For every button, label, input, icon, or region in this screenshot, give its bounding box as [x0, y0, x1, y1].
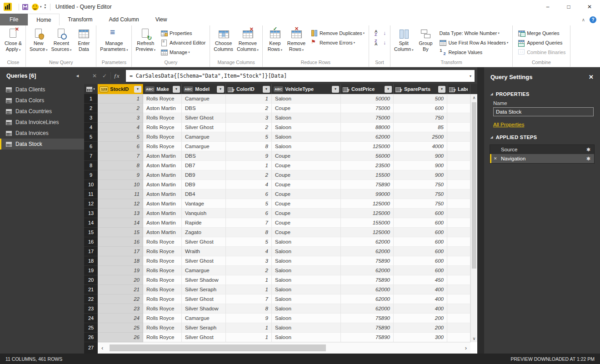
cell-vehicletype[interactable]: Saloon [272, 333, 341, 342]
delete-step-icon[interactable]: ✕ [494, 156, 500, 161]
tab-add-column[interactable]: Add Column [101, 14, 147, 25]
cell-make[interactable]: Rolls Royce [143, 94, 182, 104]
cell-costprice[interactable]: 62000 [341, 304, 394, 314]
ribbon-button-new-source[interactable]: NewSource▾ [28, 26, 49, 53]
cell-model[interactable]: Camargue [182, 94, 226, 104]
column-header-stockid[interactable]: 123StockID▾ [98, 84, 143, 94]
filter-button-spareparts[interactable]: ▾ [438, 86, 445, 93]
cell-laborcost[interactable] [447, 142, 470, 151]
cell-stockid[interactable]: 25 [98, 323, 143, 333]
cell-stockid[interactable]: 3 [98, 113, 143, 123]
cell-spareparts[interactable]: 600 [394, 237, 447, 247]
cell-colorid[interactable]: 4 [226, 180, 272, 189]
cell-make[interactable]: Rolls Royce [143, 266, 182, 275]
cell-stockid[interactable]: 5 [98, 132, 143, 142]
cell-colorid[interactable]: 8 [226, 304, 272, 314]
cell-costprice[interactable]: 155000 [341, 218, 394, 228]
row-number[interactable]: 22 [84, 294, 98, 304]
cell-laborcost[interactable] [447, 218, 470, 228]
row-number[interactable]: 19 [84, 266, 98, 275]
filter-button-model[interactable]: ▾ [217, 86, 224, 93]
cell-model[interactable]: Silver Ghost [182, 237, 226, 247]
horizontal-scrollbar[interactable]: ‹ › [98, 342, 470, 354]
cell-spareparts[interactable]: 200 [394, 314, 447, 323]
row-number[interactable]: 3 [84, 113, 98, 123]
ribbon-button-sort-za[interactable]: ↓ [372, 38, 388, 47]
sidebar-item-data-countries[interactable]: Data Countries [0, 106, 84, 117]
cell-make[interactable]: Aston Martin [143, 189, 182, 199]
ribbon-button-data-type-whole-number[interactable]: Data Type: Whole Number▾ [437, 28, 510, 38]
cell-model[interactable]: Silver Ghost [182, 123, 226, 132]
scroll-up-icon[interactable]: ∧ [471, 95, 477, 100]
cell-costprice[interactable]: 23500 [341, 161, 394, 170]
cell-stockid[interactable]: 16 [98, 237, 143, 247]
cell-make[interactable]: Rolls Royce [143, 314, 182, 323]
row-number[interactable]: 26 [84, 333, 98, 342]
cell-laborcost[interactable] [447, 304, 470, 314]
cell-model[interactable]: DB9 [182, 170, 226, 180]
cell-spareparts[interactable]: 750 [394, 199, 447, 209]
ribbon-button-properties[interactable]: Properties [158, 28, 208, 38]
cell-colorid[interactable]: 8 [226, 142, 272, 151]
ribbon-button-advanced-editor[interactable]: Advanced Editor [158, 38, 208, 47]
cell-spareparts[interactable]: 600 [394, 104, 447, 113]
cell-costprice[interactable]: 125000 [341, 209, 394, 218]
cell-stockid[interactable]: 6 [98, 142, 143, 151]
row-number[interactable]: 21 [84, 285, 98, 294]
cell-colorid[interactable]: 1 [226, 285, 272, 294]
cell-spareparts[interactable]: 85 [394, 123, 447, 132]
cell-model[interactable]: Silver Seraph [182, 323, 226, 333]
row-number[interactable]: 25 [84, 323, 98, 333]
applied-steps-section-header[interactable]: ◢ APPLIED STEPS [484, 128, 600, 142]
cell-model[interactable]: Camargue [182, 142, 226, 151]
cell-laborcost[interactable] [447, 209, 470, 218]
cell-spareparts[interactable]: 4000 [394, 142, 447, 151]
formula-expand-icon[interactable]: ▾ [470, 74, 471, 78]
ribbon-button-remove-columns[interactable]: RemoveColumns▾ [235, 26, 260, 53]
cell-spareparts[interactable]: 300 [394, 333, 447, 342]
vertical-scroll-thumb[interactable] [472, 102, 476, 269]
formula-input[interactable]: = CarSalesData{[Schema="Data",Item="Stoc… [126, 70, 475, 82]
query-name-input[interactable] [493, 107, 594, 116]
cell-laborcost[interactable] [447, 161, 470, 170]
cell-costprice[interactable]: 62000 [341, 247, 394, 256]
gear-icon[interactable]: ✱ [586, 156, 590, 162]
cell-stockid[interactable]: 22 [98, 294, 143, 304]
row-number[interactable]: 23 [84, 304, 98, 314]
cell-spareparts[interactable]: 400 [394, 304, 447, 314]
ribbon-button-enter-data[interactable]: EnterData [73, 26, 94, 52]
row-number[interactable]: 13 [84, 209, 98, 218]
ribbon-button-remove-rows[interactable]: RemoveRows▾ [285, 26, 307, 53]
collapse-queries-icon[interactable]: ◂ [76, 73, 79, 78]
column-header-model[interactable]: ABCModel▾ [182, 84, 226, 94]
ribbon-button-group-by[interactable]: GroupBy [415, 26, 436, 52]
cell-colorid[interactable]: 1 [226, 333, 272, 342]
column-header-colorid[interactable]: ColorID▾ [226, 84, 272, 94]
filter-button-make[interactable]: ▾ [173, 86, 180, 93]
cell-spareparts[interactable]: 400 [394, 285, 447, 294]
cell-spareparts[interactable]: 600 [394, 256, 447, 266]
help-icon[interactable]: ? [590, 16, 596, 23]
cell-costprice[interactable]: 50000 [341, 94, 394, 104]
cell-spareparts[interactable]: 450 [394, 275, 447, 285]
cell-vehicletype[interactable]: Coupe [272, 180, 341, 189]
cell-laborcost[interactable] [447, 189, 470, 199]
cell-make[interactable]: Aston Martin [143, 104, 182, 113]
sidebar-item-data-stock[interactable]: Data Stock [0, 139, 84, 150]
cell-colorid[interactable]: 2 [226, 266, 272, 275]
cell-colorid[interactable]: 2 [226, 170, 272, 180]
cell-stockid[interactable]: 23 [98, 304, 143, 314]
row-number[interactable]: 24 [84, 314, 98, 323]
cell-costprice[interactable]: 88000 [341, 123, 394, 132]
cell-laborcost[interactable] [447, 285, 470, 294]
cell-vehicletype[interactable]: Saloon [272, 304, 341, 314]
cell-vehicletype[interactable]: Coupe [272, 228, 341, 237]
cell-colorid[interactable]: 8 [226, 228, 272, 237]
ribbon-button-remove-duplicates[interactable]: Remove Duplicates▾ [308, 28, 367, 38]
ribbon-button-choose-columns[interactable]: ChooseColumns [212, 26, 235, 52]
cell-spareparts[interactable]: 600 [394, 266, 447, 275]
ribbon-button-close-apply[interactable]: Close &Apply▾ [3, 26, 24, 53]
cell-colorid[interactable]: 1 [226, 323, 272, 333]
cell-make[interactable]: Rolls Royce [143, 247, 182, 256]
cell-costprice[interactable]: 125000 [341, 228, 394, 237]
